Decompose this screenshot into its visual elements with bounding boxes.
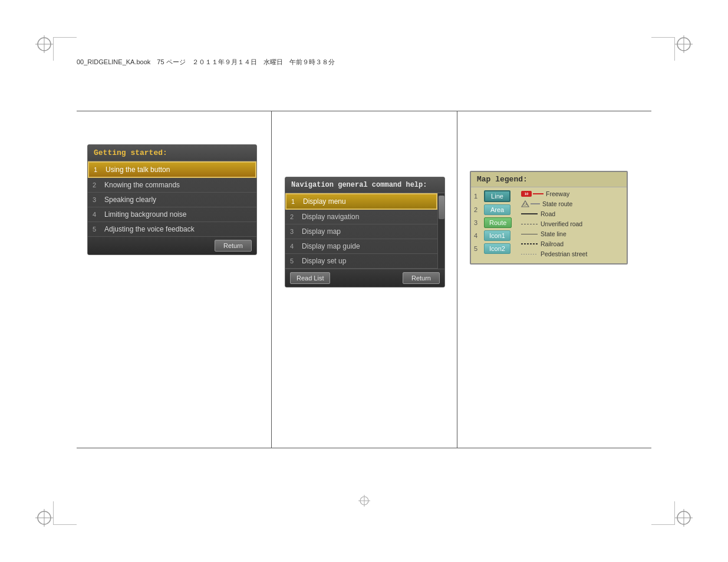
- panel1-box: Getting started: 1 Using the talk button…: [87, 144, 257, 255]
- panel3-row-5: 5 Icon2: [474, 243, 515, 254]
- tick-tl-v: [53, 37, 54, 61]
- panel1-return-button[interactable]: Return: [215, 240, 252, 252]
- panel1-item-4-label: Limiting background noise: [104, 210, 186, 219]
- legend-pedestrian-label: Pedestrian street: [541, 250, 587, 257]
- legend-road: Road: [521, 210, 624, 217]
- panel1-item-3-label: Speaking clearly: [104, 196, 156, 204]
- panel2-item-4-num: 4: [290, 243, 297, 250]
- panel2-content: 1 Display menu 2 Display navigation 3 Di…: [285, 193, 444, 269]
- panel3-row-3: 3 Route: [474, 217, 515, 228]
- legend-btn-icon1[interactable]: Icon1: [484, 230, 510, 241]
- legend-freeway: 10 Freeway: [521, 190, 624, 197]
- panel2-return-button[interactable]: Return: [403, 272, 440, 284]
- corner-tr: [675, 35, 693, 53]
- legend-btn-icon2[interactable]: Icon2: [484, 243, 510, 254]
- legend-btn-line[interactable]: Line: [484, 190, 510, 202]
- panel2-item-2[interactable]: 2 Display navigation: [285, 210, 437, 224]
- legend-unverified-label: Unverified road: [541, 220, 582, 227]
- panel2-navigation: Navigation general command help: 1 Displ…: [285, 177, 445, 287]
- legend-num-2: 2: [474, 206, 481, 213]
- bottom-rule: [77, 448, 651, 448]
- legend-num-5: 5: [474, 245, 481, 252]
- legend-pedestrian: Pedestrian street: [521, 250, 624, 257]
- panel2-list: 1 Display menu 2 Display navigation 3 Di…: [285, 193, 437, 269]
- scrollbar-thumb: [439, 196, 444, 219]
- legend-state-route-label: State route: [542, 200, 572, 207]
- tick-br-h: [651, 524, 675, 525]
- header-text: 00_RIDGELINE_KA.book 75 ページ ２０１１年９月１４日 水…: [77, 58, 335, 65]
- panel3-content: 1 Line 2 Area 3 Route 4 Icon1 5 Icon2: [471, 187, 627, 263]
- panel1-item-1[interactable]: 1 Using the talk button: [88, 161, 256, 178]
- legend-road-label: Road: [541, 210, 555, 217]
- panel1-item-5-label: Adjusting the voice feedback: [104, 225, 195, 233]
- panel1-item-2-num: 2: [93, 181, 100, 189]
- panel2-item-3[interactable]: 3 Display map: [285, 224, 437, 239]
- panel3-box: Map legend: 1 Line 2 Area 3 Route 4 Ic: [470, 171, 628, 265]
- panel2-item-1[interactable]: 1 Display menu: [285, 193, 437, 210]
- panel2-item-4[interactable]: 4 Display map guide: [285, 239, 437, 254]
- legend-num-1: 1: [474, 193, 481, 200]
- top-rule: [77, 111, 651, 111]
- panel2-box: Navigation general command help: 1 Displ…: [285, 177, 445, 287]
- tick-tr-v: [674, 37, 675, 61]
- tick-bl-v: [53, 501, 54, 525]
- corner-bl: [35, 509, 53, 527]
- panel2-item-5-num: 5: [290, 257, 297, 265]
- page-header: 00_RIDGELINE_KA.book 75 ページ ２０１１年９月１４日 水…: [77, 58, 335, 67]
- tick-tl-h: [53, 37, 77, 38]
- panel1-title: Getting started:: [88, 145, 256, 161]
- panel2-item-2-num: 2: [290, 213, 297, 220]
- panel2-readlist-button[interactable]: Read List: [290, 272, 330, 284]
- panel2-item-1-num: 1: [291, 198, 298, 205]
- panel1-item-5-num: 5: [93, 226, 100, 233]
- corner-tl: [35, 35, 53, 53]
- legend-state-route: CA State route: [521, 200, 624, 207]
- panel2-item-3-num: 3: [290, 228, 297, 235]
- panel1-item-2[interactable]: 2 Knowing the commands: [88, 178, 256, 193]
- legend-num-3: 3: [474, 219, 481, 226]
- panel2-scrollbar[interactable]: [437, 193, 444, 269]
- tick-bl-h: [53, 524, 77, 525]
- legend-railroad: Railroad: [521, 240, 624, 247]
- corner-br: [675, 509, 693, 527]
- panel1-getting-started: Getting started: 1 Using the talk button…: [87, 144, 257, 255]
- legend-freeway-label: Freeway: [546, 190, 569, 197]
- panel1-item-5[interactable]: 5 Adjusting the voice feedback: [88, 222, 256, 237]
- panel1-footer: Return: [88, 237, 256, 254]
- panel3-title: Map legend:: [471, 172, 627, 187]
- panel3-row-1: 1 Line: [474, 190, 515, 202]
- tick-tr-h: [651, 37, 675, 38]
- vertical-divider-right: [457, 111, 457, 448]
- panel3-right-column: 10 Freeway CA State route: [515, 190, 624, 260]
- vertical-divider-left: [271, 111, 272, 448]
- legend-btn-route[interactable]: Route: [484, 217, 512, 228]
- svg-text:CA: CA: [523, 203, 528, 206]
- panel3-row-4: 4 Icon1: [474, 230, 515, 241]
- tick-br-v: [674, 501, 675, 525]
- panel1-item-4-num: 4: [93, 211, 100, 218]
- legend-railroad-label: Railroad: [541, 240, 564, 247]
- panel1-item-3[interactable]: 3 Speaking clearly: [88, 193, 256, 207]
- panel2-item-3-label: Display map: [302, 227, 341, 236]
- panel3-map-legend: Map legend: 1 Line 2 Area 3 Route 4 Ic: [470, 171, 628, 265]
- panel1-item-2-label: Knowing the commands: [104, 181, 180, 189]
- panel2-item-1-label: Display menu: [303, 197, 346, 206]
- panel1-item-3-num: 3: [93, 196, 100, 203]
- legend-num-4: 4: [474, 232, 481, 239]
- panel2-item-2-label: Display navigation: [302, 213, 359, 221]
- legend-state-line: State line: [521, 230, 624, 237]
- center-crosshair-bottom: [358, 495, 370, 509]
- panel1-item-1-label: Using the talk button: [106, 166, 170, 174]
- panel2-item-5[interactable]: 5 Display set up: [285, 254, 437, 269]
- panel1-item-1-num: 1: [94, 166, 101, 173]
- panel2-footer: Read List Return: [285, 269, 444, 287]
- legend-state-line-label: State line: [541, 230, 566, 237]
- panel3-left-column: 1 Line 2 Area 3 Route 4 Icon1 5 Icon2: [474, 190, 515, 260]
- legend-unverified: Unverified road: [521, 220, 624, 227]
- panel1-item-4[interactable]: 4 Limiting background noise: [88, 207, 256, 222]
- legend-btn-area[interactable]: Area: [484, 204, 510, 215]
- panel2-item-4-label: Display map guide: [302, 242, 360, 250]
- panel3-row-2: 2 Area: [474, 204, 515, 215]
- panel2-title: Navigation general command help:: [285, 177, 444, 193]
- panel2-item-5-label: Display set up: [302, 257, 346, 265]
